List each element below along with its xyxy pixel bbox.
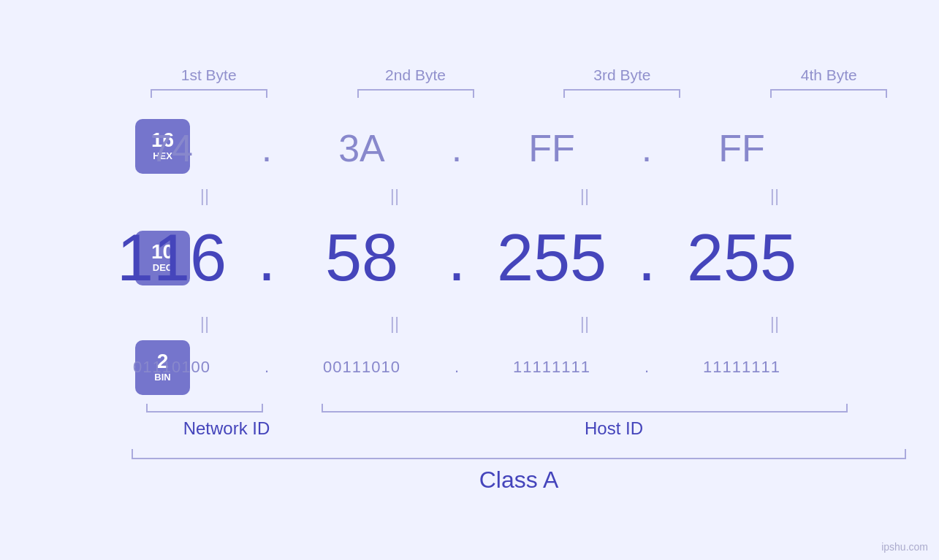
host-id-label: Host ID [322, 418, 906, 439]
eq-2-3: || [512, 313, 658, 334]
class-label: Class A [479, 467, 558, 494]
byte-header-2: 2nd Byte [343, 66, 489, 84]
bracket-cell-2 [343, 88, 489, 101]
byte-header-4: 4th Byte [756, 66, 902, 84]
hex-val-4: FF [669, 126, 815, 170]
hex-val-3: FF [479, 126, 625, 170]
eq-1-3: || [512, 185, 658, 206]
dec-dot-1: . [245, 220, 289, 296]
dec-val-3: 255 [479, 220, 625, 296]
dec-val-1: 116 [99, 220, 245, 296]
bin-dot-1: . [245, 358, 289, 377]
network-id-label: Network ID [132, 418, 322, 439]
host-bracket [322, 404, 848, 413]
eq-2-2: || [322, 313, 468, 334]
hex-row: 74 . 3A . FF . FF [99, 119, 873, 177]
equals-row-1: || || || || [132, 181, 906, 210]
byte-header-3: 3rd Byte [549, 66, 695, 84]
bracket-cell-4 [756, 88, 902, 101]
bin-dot-3: . [625, 358, 669, 377]
bin-val-4: 11111111 [669, 358, 815, 377]
hex-dot-2: . [435, 126, 479, 170]
bin-val-3: 11111111 [479, 358, 625, 377]
equals-row-2: || || || || [132, 309, 906, 338]
bracket-top-4 [770, 89, 887, 98]
network-bracket-cell [132, 404, 278, 413]
eq-2-4: || [702, 313, 848, 334]
dec-val-4: 255 [669, 220, 815, 296]
bracket-cell-1 [136, 88, 282, 101]
dec-row-wrapper: 10 DEC 116 . 58 . 255 . 255 [99, 210, 939, 305]
bin-dot-2: . [435, 358, 479, 377]
eq-1-2: || [322, 185, 468, 206]
watermark: ipshu.com [881, 541, 928, 553]
top-brackets [132, 88, 906, 101]
byte-headers: 1st Byte 2nd Byte 3rd Byte 4th Byte [132, 66, 906, 84]
dec-dot-3: . [625, 220, 669, 296]
dec-row: 116 . 58 . 255 . 255 [99, 210, 873, 305]
bottom-bracket-area [132, 404, 906, 413]
bin-row: 01110100 . 00111010 . 11111111 . 1111111… [99, 338, 873, 396]
bracket-top-1 [151, 89, 267, 98]
segment-label-row: Network ID Host ID [132, 418, 906, 439]
eq-2-1: || [132, 313, 278, 334]
bracket-cell-3 [549, 88, 695, 101]
eq-1-4: || [702, 185, 848, 206]
network-bracket [146, 404, 263, 413]
bin-val-2: 00111010 [289, 358, 435, 377]
dec-val-2: 58 [289, 220, 435, 296]
bracket-top-2 [357, 89, 474, 98]
hex-dot-1: . [245, 126, 289, 170]
bracket-top-3 [563, 89, 680, 98]
eq-1-1: || [132, 185, 278, 206]
class-section: Class A [132, 449, 906, 494]
byte-header-1: 1st Byte [136, 66, 282, 84]
class-bracket [132, 449, 906, 459]
hex-val-2: 3A [289, 126, 435, 170]
content-area: 1st Byte 2nd Byte 3rd Byte 4th Byte 16 H… [0, 66, 939, 494]
hex-row-wrapper: 16 HEX 74 . 3A . FF . FF [99, 119, 939, 177]
main-container: 1st Byte 2nd Byte 3rd Byte 4th Byte 16 H… [0, 0, 939, 560]
host-bracket-cell [322, 404, 848, 413]
bin-val-1: 01110100 [99, 358, 245, 377]
hex-val-1: 74 [99, 126, 245, 170]
dec-dot-2: . [435, 220, 479, 296]
hex-dot-3: . [625, 126, 669, 170]
bin-row-wrapper: 2 BIN 01110100 . 00111010 . 11111111 . 1… [99, 338, 939, 396]
